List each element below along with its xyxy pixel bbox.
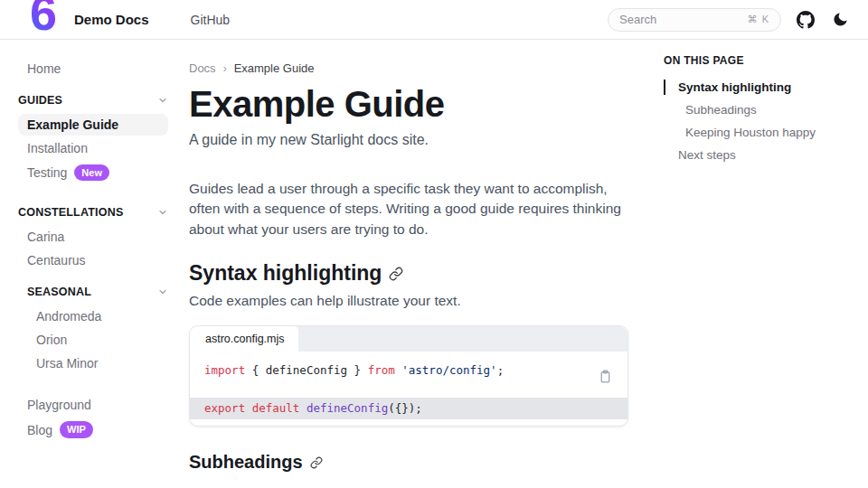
new-badge: New <box>74 164 109 181</box>
code-token: from <box>368 363 395 377</box>
site-header: 6 Demo Docs GitHub ⌘ K <box>0 0 868 40</box>
site-title[interactable]: Demo Docs <box>74 12 149 27</box>
page-lede: A guide in my new Starlight docs site. <box>189 132 637 148</box>
site-logo[interactable]: 6 <box>22 0 65 39</box>
wip-badge: WIP <box>60 421 93 437</box>
anchor-link-icon[interactable] <box>310 456 323 469</box>
code-token: ({}); <box>388 401 422 415</box>
sidebar-item-carina[interactable]: Carina <box>18 226 168 248</box>
sidebar-item-example-guide[interactable]: Example Guide <box>18 114 168 136</box>
code-token: defineConfig <box>307 401 388 415</box>
sidebar-group-guides[interactable]: GUIDES <box>18 90 168 110</box>
sidebar-group-label: GUIDES <box>18 94 62 107</box>
toc-heading: ON THIS PAGE <box>664 54 868 67</box>
table-of-contents: ON THIS PAGE Syntax highlighting Subhead… <box>653 40 868 488</box>
copy-code-button[interactable] <box>593 364 617 388</box>
page-title: Example Guide <box>189 84 637 125</box>
toc-item-keeping-houston-happy[interactable]: Keeping Houston happy <box>664 121 868 144</box>
sidebar-item-label: Home <box>27 61 61 76</box>
toc-item-next-steps[interactable]: Next steps <box>664 144 868 166</box>
sidebar-item-label: Centaurus <box>27 253 86 267</box>
heading-text: Syntax highlighting <box>189 261 382 286</box>
code-token <box>245 401 252 415</box>
code-token: 'astro/config' <box>401 363 496 377</box>
sidebar-group-label: SEASONAL <box>27 286 91 298</box>
sidebar-item-label: Carina <box>27 230 64 244</box>
sidebar-nav: Home GUIDES Example Guide Installation T… <box>0 40 181 488</box>
heading-syntax-highlighting: Syntax highlighting <box>189 261 637 286</box>
sidebar-item-orion[interactable]: Orion <box>27 329 168 351</box>
sidebar-item-blog[interactable]: Blog WIP <box>18 418 168 441</box>
clipboard-icon <box>598 369 613 384</box>
github-icon[interactable] <box>796 10 816 30</box>
heading-subheadings: Subheadings <box>189 452 637 473</box>
sidebar-group-label: CONSTELLATIONS <box>18 206 123 219</box>
search-input[interactable] <box>619 13 742 26</box>
sidebar-item-centaurus[interactable]: Centaurus <box>18 249 168 271</box>
code-token: default <box>252 401 300 415</box>
nav-link-github[interactable]: GitHub <box>191 13 231 27</box>
chevron-down-icon <box>157 286 168 297</box>
code-token: export <box>204 401 245 415</box>
code-token <box>299 401 307 415</box>
sidebar-group-constellations[interactable]: CONSTELLATIONS <box>18 202 168 222</box>
sidebar-item-label: Installation <box>27 141 88 155</box>
sidebar-item-installation[interactable]: Installation <box>18 137 168 159</box>
breadcrumb: Docs › Example Guide <box>189 56 637 75</box>
code-line-blank <box>190 380 627 398</box>
sidebar-item-home[interactable]: Home <box>18 58 168 80</box>
sidebar-item-label: Orion <box>36 333 67 347</box>
sidebar-item-label: Testing <box>27 165 67 180</box>
sidebar-item-ursa-minor[interactable]: Ursa Minor <box>27 352 168 374</box>
code-token: import <box>204 363 245 377</box>
breadcrumb-docs[interactable]: Docs <box>189 61 216 75</box>
code-line-highlighted: export default defineConfig({}); <box>190 398 627 419</box>
sidebar-item-label: Ursa Minor <box>36 356 98 371</box>
heading-text: Subheadings <box>189 452 303 473</box>
header-actions: ⌘ K <box>608 8 850 32</box>
code-token: ; <box>497 363 505 377</box>
page-body: Home GUIDES Example Guide Installation T… <box>0 40 868 488</box>
theme-toggle-moon-icon[interactable] <box>830 10 850 30</box>
chevron-down-icon <box>157 95 168 106</box>
search-shortcut-hint: ⌘ K <box>748 14 769 25</box>
toc-item-syntax-highlighting[interactable]: Syntax highlighting <box>664 76 868 99</box>
code-tab-bar: astro.config.mjs <box>190 326 627 352</box>
sidebar-item-playground[interactable]: Playground <box>18 394 168 416</box>
sidebar-item-andromeda[interactable]: Andromeda <box>27 305 168 327</box>
sidebar-item-label: Playground <box>27 398 91 412</box>
code-block: astro.config.mjs import { defineConfig }… <box>189 325 628 427</box>
code-filename-tab[interactable]: astro.config.mjs <box>190 326 298 352</box>
sidebar-item-testing[interactable]: Testing New <box>18 161 168 184</box>
chevron-down-icon <box>157 207 168 218</box>
code-token: { defineConfig } <box>245 363 367 377</box>
sidebar-item-label: Andromeda <box>36 309 101 324</box>
sidebar-item-label: Blog <box>27 423 52 437</box>
code-line: import { defineConfig } from 'astro/conf… <box>190 361 627 380</box>
search-box[interactable]: ⌘ K <box>608 8 781 32</box>
toc-item-subheadings[interactable]: Subheadings <box>664 99 868 121</box>
section-text: Code examples can help illustrate your t… <box>189 293 637 309</box>
sidebar-item-label: Example Guide <box>27 117 118 132</box>
main-content: Docs › Example Guide Example Guide A gui… <box>181 40 637 488</box>
chevron-right-icon: › <box>223 62 227 75</box>
breadcrumb-current: Example Guide <box>234 61 315 75</box>
intro-paragraph: Guides lead a user through a specific ta… <box>189 179 628 239</box>
code-body: import { defineConfig } from 'astro/conf… <box>190 352 627 426</box>
anchor-link-icon[interactable] <box>389 267 403 281</box>
sidebar-group-seasonal[interactable]: SEASONAL <box>27 282 168 302</box>
